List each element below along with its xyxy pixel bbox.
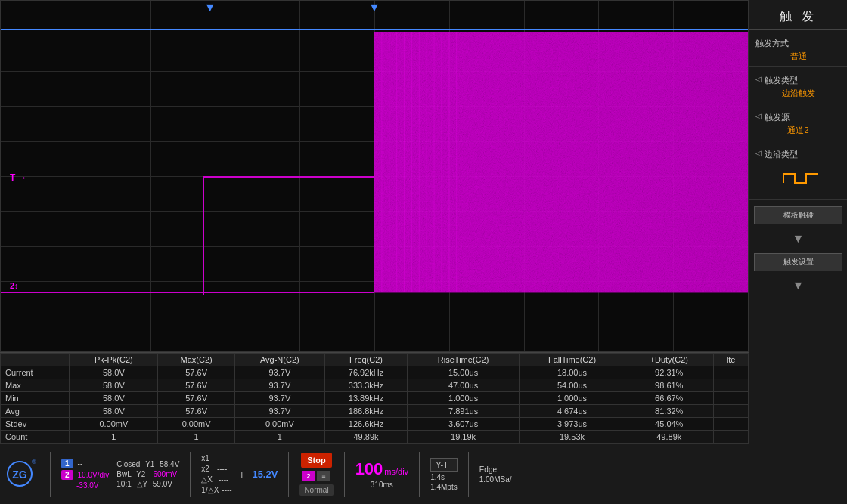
table-row: Count11149.89k19.19k19.53k49.89k: [1, 431, 749, 444]
row-value: 93.7V: [234, 405, 324, 418]
cursor-2-top[interactable]: ▼: [368, 1, 380, 14]
signal-baseline-left: [1, 292, 374, 293]
trigger-edge-item[interactable]: ◁ 边沿类型: [749, 144, 847, 200]
row-value: 15.00us: [408, 366, 520, 379]
trigger-source-arrow: ◁: [755, 112, 762, 120]
cursor-1-top[interactable]: ▼: [204, 1, 216, 14]
table-row: Min58.0V57.6V93.7V13.89kHz1.000us1.000us…: [1, 392, 749, 405]
xy-cursor-block: x1 ---- x2 ---- △X ---- 1/△X ----: [201, 454, 231, 494]
ch2-normal-row: 2 ≡: [302, 471, 330, 481]
row-value: [713, 405, 748, 418]
x1-val: ----: [217, 454, 227, 462]
row-label: Current: [1, 366, 70, 379]
signal-mid-line: [203, 176, 374, 178]
ch-y2-row: BwL Y2 -600mV: [116, 470, 179, 478]
yt-badge: Y-T: [430, 458, 458, 472]
time-unit: ms/div: [384, 467, 408, 476]
row-value: 4.674us: [520, 405, 625, 418]
stop-controls: Stop 2 ≡ Normal: [299, 453, 333, 496]
row-label: Stdev: [1, 418, 70, 431]
row-value: 13.89kHz: [324, 392, 407, 405]
row-value: 57.6V: [158, 392, 234, 405]
oscilloscope-panel: ▼ ▼ T → 2↕ Pk-Pk(C2) Max(C2) Avg-N(C2): [0, 0, 749, 444]
ch2-closed: Closed Y1 58.4V: [116, 460, 179, 468]
ch1-y2-val: -600mV: [150, 470, 177, 478]
x1-row: x1 ----: [201, 454, 231, 462]
signal-baseline-right: [374, 292, 748, 293]
table-row: Avg58.0V57.6V93.7V186.8kHz7.891us4.674us…: [1, 405, 749, 418]
trigger-type-label: 触发类型: [755, 75, 841, 86]
row-label: Avg: [1, 405, 70, 418]
row-value: 1.000us: [520, 392, 625, 405]
stop-button[interactable]: Stop: [301, 453, 331, 468]
logo-area: ZG ®: [6, 460, 33, 489]
row-value: 93.7V: [234, 379, 324, 392]
row-value: 58.0V: [70, 405, 158, 418]
row-value: 66.67%: [625, 392, 713, 405]
signal-rising-edge-pre: [203, 176, 204, 295]
row-value: 0.00mV: [234, 418, 324, 431]
col-header-max: Max(C2): [158, 354, 234, 366]
row-value: 93.7V: [234, 392, 324, 405]
col-header-rise: RiseTime(C2): [408, 354, 520, 366]
trigger-source-value: 通道2: [755, 125, 841, 136]
inv-dx-row: 1/△X ----: [201, 486, 231, 494]
trigger-title: 触 发: [749, 5, 847, 30]
row-value: [713, 431, 748, 444]
template-arrow-icon: ▼: [749, 230, 847, 247]
row-value: 0.00mV: [158, 418, 234, 431]
x1-label: x1: [201, 454, 209, 462]
edge-label: Edge: [479, 465, 512, 474]
dx-label: △X: [201, 475, 213, 484]
row-value: 47.00us: [408, 379, 520, 392]
row-value: 126.6kHz: [324, 418, 407, 431]
row-value: 49.89k: [625, 431, 713, 444]
dx-row: △X ----: [201, 475, 231, 484]
trigger-t-marker: T →: [10, 172, 27, 183]
row-value: 49.89k: [324, 431, 407, 444]
trigger-mode-item[interactable]: 触发方式 普通: [749, 33, 847, 67]
ch2-offset-row: -33.0V: [61, 481, 109, 490]
sampling-1: 1.4Mpts: [430, 483, 458, 491]
row-value: 333.3kHz: [324, 379, 407, 392]
normal-badge: Normal: [299, 484, 333, 496]
ch1-y2-label: Y2: [136, 470, 145, 478]
row-value: 45.04%: [625, 418, 713, 431]
ch-detail-block: Closed Y1 58.4V BwL Y2 -600mV 10:1 △Y 59…: [116, 460, 179, 488]
burst-region: [374, 32, 748, 292]
row-value: 1.000us: [408, 392, 520, 405]
ch2-info-row: 2 10.0V/div: [61, 470, 109, 480]
ch1-y-val: 59.0V: [153, 480, 172, 488]
template-trigger-button[interactable]: 模板触碰: [754, 206, 842, 224]
trigger-type-item[interactable]: ◁ 触发类型 边沿触发: [749, 70, 847, 104]
norm-val: 1.00MSa/: [479, 475, 512, 484]
ch1-divs: --: [78, 459, 83, 468]
yt-block: Y-T 1.4s 1.4Mpts: [430, 458, 458, 491]
ch2-badge: 2: [61, 470, 73, 480]
row-value: 1: [70, 431, 158, 444]
measurements-table-container: Pk-Pk(C2) Max(C2) Avg-N(C2) Freq(C2) Ris…: [0, 352, 749, 444]
trigger-settings-button[interactable]: 触发设置: [754, 253, 842, 271]
trigger-mode-value: 普通: [755, 51, 841, 62]
row-value: 18.00us: [520, 366, 625, 379]
t-block: T 15.2V: [240, 468, 278, 480]
row-value: 57.6V: [158, 405, 234, 418]
ch1-badge: 1: [61, 459, 73, 468]
settings-arrow-icon: ▼: [749, 277, 847, 294]
x2-row: x2 ----: [201, 465, 231, 473]
waveform-area: ▼ ▼ T → 2↕: [0, 0, 749, 352]
reference-line: [1, 29, 748, 30]
row-value: 58.0V: [70, 379, 158, 392]
row-value: 3.973us: [520, 418, 625, 431]
ch1-info-row: 1 --: [61, 459, 109, 468]
trigger-source-item[interactable]: ◁ 触发源 通道2: [749, 107, 847, 141]
ch1-y1-label: Y1: [145, 460, 154, 468]
row-value: 7.891us: [408, 405, 520, 418]
trigger-type-value: 边沿触发: [755, 88, 841, 99]
row-value: 57.6V: [158, 366, 234, 379]
row-value: 93.7V: [234, 366, 324, 379]
time-per-div-row: 100 ms/div: [355, 459, 409, 479]
row-value: [713, 418, 748, 431]
inv-dx-val: ----: [222, 486, 231, 494]
ch2-vdiv: 10.0V/div: [78, 471, 110, 479]
